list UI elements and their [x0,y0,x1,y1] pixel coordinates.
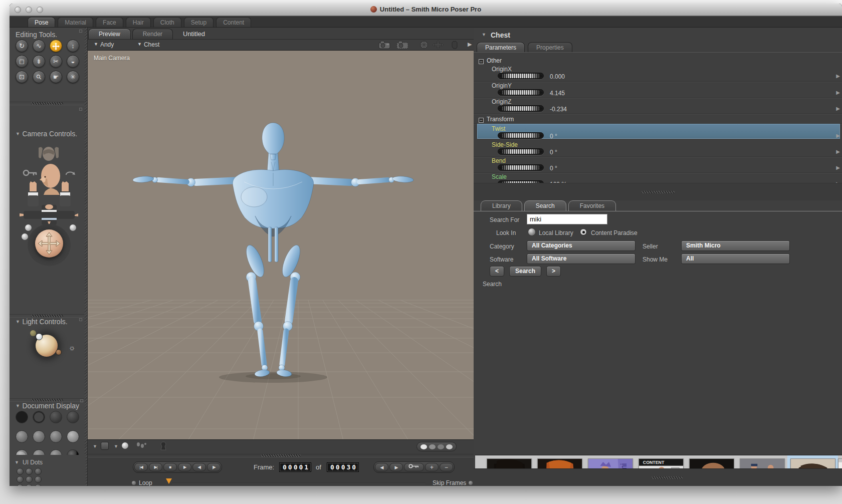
tab-properties[interactable]: Properties [528,42,572,52]
tab-render[interactable]: Render [132,29,173,39]
param-options-arrow[interactable]: ▶ [836,165,840,170]
search-button[interactable]: Search [509,266,541,277]
collapse-arrow-icon[interactable]: ▼ [15,460,19,465]
tab-content[interactable]: Content [216,17,251,27]
tab-setup[interactable]: Setup [184,17,214,27]
panel-splitter[interactable] [474,183,842,200]
param-dial-originy[interactable]: ◀▶ [498,89,544,96]
edit-keyframes-button[interactable] [404,463,424,471]
title-bar[interactable]: Untitled – Smith Micro Poser Pro [10,4,842,16]
light-indicator-2-icon[interactable] [36,333,43,340]
viewport[interactable]: Main Camera [88,50,474,440]
ui-dot[interactable] [26,468,33,475]
ui-dot[interactable] [35,468,42,475]
selected-part-header[interactable]: Chest [491,31,510,39]
tab-library[interactable]: Library [481,200,522,211]
camera-dots-selector[interactable] [416,442,457,451]
translate-inout-tool-button[interactable]: ↕ [67,40,79,52]
total-frames-counter[interactable]: 00030 [327,462,359,472]
tracking-mode-arrow-icon[interactable]: ▼ [114,444,118,449]
display-style-hiddenline-button[interactable] [67,411,79,423]
display-style-arrow-icon[interactable]: ▼ [93,444,97,449]
taper-tool-button[interactable]: ⇟ [33,55,45,68]
chain-break-tool-button[interactable]: ✂ [50,55,62,68]
light-indicator-3-icon[interactable] [56,349,62,355]
camera-orbit-ball-right-icon[interactable] [70,224,76,231]
first-frame-button[interactable]: |◀ [134,463,148,471]
camera-dot-1[interactable] [420,444,427,449]
display-style-smooth-shaded-button[interactable] [67,430,79,443]
scale-tool-button[interactable]: ◻ [16,55,28,68]
color-tool-button[interactable]: ◒ [67,55,79,68]
display-style-silhouette-button[interactable] [16,411,28,423]
light-indicator-1-icon[interactable] [30,330,36,336]
stop-button[interactable]: ■ [163,463,177,471]
param-dial-originx[interactable]: ◀▶ [498,73,544,79]
grouping-tool-button[interactable]: ⊡ [16,71,28,83]
step-forward-button[interactable]: |▶ [207,463,221,471]
ui-dot[interactable] [26,484,33,486]
collapse-box-icon[interactable]: − [479,118,484,123]
param-options-arrow[interactable]: ▶ [836,149,840,154]
tab-parameters[interactable]: Parameters [477,42,525,52]
tab-hair[interactable]: Hair [126,17,151,27]
param-dial-bend[interactable]: ◀▶ [498,164,544,171]
play-button[interactable]: ▶ [178,463,191,471]
param-dial-sideside[interactable]: ◀▶ [498,148,544,155]
param-options-arrow[interactable]: ▶ [836,90,840,95]
collapse-box-icon[interactable]: − [479,59,484,64]
move-view-icon[interactable] [433,41,444,49]
twist-tool-button[interactable]: ∿ [33,40,45,52]
panel-menu-icon[interactable] [79,318,82,321]
prev-page-button[interactable]: < [490,266,504,277]
software-dropdown[interactable]: All Software [527,254,636,264]
ui-dot[interactable] [17,468,24,475]
param-dial-originz[interactable]: ◀▶ [498,105,544,112]
direct-manipulation-tool-button[interactable]: ✳ [67,71,79,83]
tab-preview[interactable]: Preview [88,29,131,39]
param-dial-twist[interactable]: ◀▶ [498,132,544,139]
light-view-icon[interactable] [419,41,429,49]
camera-name-label[interactable]: Main Camera [94,55,130,62]
panel-collapse-arrow-icon[interactable]: ▶ [468,41,472,48]
camera-trackball[interactable] [35,229,63,258]
camera-rotate-icon[interactable] [65,170,76,179]
panel-menu-icon[interactable] [79,30,82,33]
skip-frames-toggle[interactable] [469,481,473,485]
local-library-label[interactable]: Local Library [539,229,573,236]
search-input[interactable] [527,214,607,224]
ui-dot[interactable] [35,476,42,483]
next-page-button[interactable]: > [546,266,561,277]
camera-key-icon[interactable] [23,169,38,179]
ui-dot[interactable] [17,484,24,486]
category-dropdown[interactable]: All Categories [527,240,636,251]
rotate-tool-button[interactable]: ↻ [16,40,28,52]
panel-menu-icon[interactable] [79,108,82,111]
display-style-lit-wireframe-button[interactable] [16,430,28,443]
collapse-arrow-icon[interactable]: ▼ [482,32,486,37]
current-frame-counter[interactable]: 00001 [279,462,311,472]
light-properties-sun-icon[interactable]: ☼ [69,343,76,352]
face-camera-icon[interactable] [378,41,391,49]
camera-dot-3[interactable] [438,444,444,449]
tab-pose[interactable]: Pose [28,17,55,27]
display-style-swatch[interactable] [101,442,109,450]
display-style-flat-lined-button[interactable] [50,430,62,443]
display-style-flat-shaded-button[interactable] [33,430,45,443]
resize-handle[interactable] [652,476,683,479]
prev-key-button[interactable]: ◀ [375,463,388,471]
local-library-radio[interactable] [528,228,535,235]
step-back-button[interactable]: ◀| [192,463,206,471]
translate-pull-tool-button[interactable] [50,40,62,52]
collapse-arrow-icon[interactable]: ▼ [16,319,20,324]
content-paradise-label[interactable]: Content Paradise [591,229,638,236]
figure-pawn-icon[interactable] [160,441,167,451]
tab-material[interactable]: Material [58,17,93,27]
tab-search[interactable]: Search [524,200,566,211]
loop-toggle[interactable] [132,481,136,485]
group-other[interactable]: −Other [479,57,502,64]
ui-dot[interactable] [17,476,24,483]
last-frame-button[interactable]: ▶| [149,463,162,471]
tracking-ball-icon[interactable] [122,442,128,449]
figure-andy[interactable] [133,123,414,378]
